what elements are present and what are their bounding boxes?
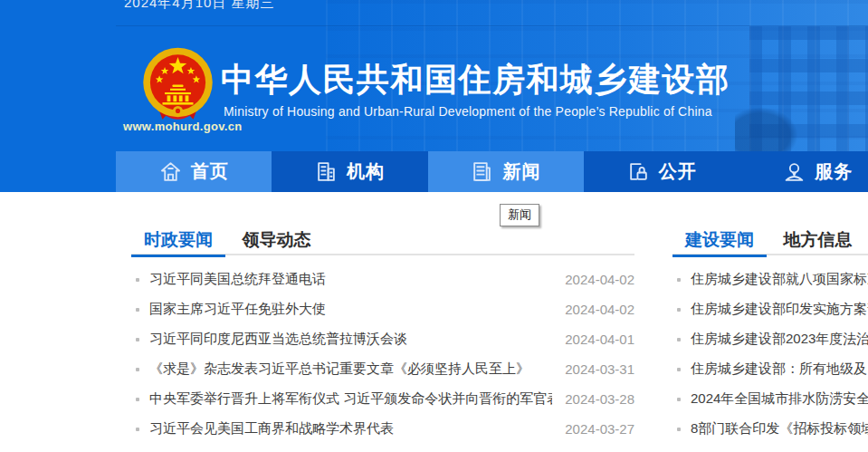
mohurd-homepage: 2024年4月10日 星期三 xyxy=(0,0,868,452)
bullet-icon xyxy=(677,338,681,341)
bullet-icon xyxy=(677,428,681,431)
site-subtitle-en: Ministry of Housing and Urban-Rural Deve… xyxy=(224,104,712,119)
nav-label: 首页 xyxy=(191,159,229,184)
bullet-icon xyxy=(136,428,139,431)
news-item[interactable]: 习近平同印度尼西亚当选总统普拉博沃会谈 2024-04-01 xyxy=(131,324,634,354)
news-item[interactable]: 住房城乡建设部：所有地级及以上 xyxy=(672,354,868,384)
bullet-icon xyxy=(136,368,139,371)
construction-news-panel: 建设要闻 地方信息 住房城乡建设部就八项国家标准公 住房城乡建设部印发实施方案部… xyxy=(672,220,868,444)
current-date: 2024年4月10日 星期三 xyxy=(124,0,275,12)
home-icon xyxy=(159,160,182,183)
news-item[interactable]: 8部门联合印发《招标投标领域公平 xyxy=(672,414,868,444)
news-date: 2024-04-01 xyxy=(565,332,634,347)
news-date: 2024-04-02 xyxy=(565,272,634,287)
banner-divider xyxy=(116,25,868,26)
bullet-icon xyxy=(677,398,681,401)
left-tab-bar: 时政要闻 领导动态 xyxy=(131,220,634,255)
political-news-panel: 时政要闻 领导动态 习近平同美国总统拜登通电话 2024-04-02 国家主席习… xyxy=(131,220,634,444)
tab-lingdao-dongtai[interactable]: 领导动态 xyxy=(229,220,323,255)
news-title[interactable]: 《求是》杂志发表习近平总书记重要文章《必须坚持人民至上》 xyxy=(149,361,552,378)
nav-item-organization[interactable]: 机构 xyxy=(272,151,427,192)
news-item[interactable]: 习近平会见美国工商界和战略学术界代表 2024-03-27 xyxy=(131,414,634,444)
news-title[interactable]: 中央军委举行晋升上将军衔仪式 习近平颁发命令状并向晋衔的军官表示... xyxy=(149,390,552,408)
nav-tooltip: 新闻 xyxy=(500,204,539,226)
news-title[interactable]: 住房城乡建设部印发实施方案部署 xyxy=(691,301,868,318)
nav-label: 公开 xyxy=(659,159,697,184)
news-title[interactable]: 8部门联合印发《招标投标领域公平 xyxy=(691,420,868,438)
news-item[interactable]: 国家主席习近平任免驻外大使 2024-04-02 xyxy=(131,294,634,324)
news-title[interactable]: 习近平同印度尼西亚当选总统普拉博沃会谈 xyxy=(149,331,552,348)
news-date: 2024-03-28 xyxy=(565,391,634,407)
nav-label: 服务 xyxy=(815,159,853,184)
news-icon xyxy=(471,160,493,183)
building-icon xyxy=(315,160,338,183)
bullet-icon xyxy=(677,278,681,282)
news-item[interactable]: 中央军委举行晋升上将军衔仪式 习近平颁发命令状并向晋衔的军官表示... 2024… xyxy=(131,384,634,414)
political-news-list: 习近平同美国总统拜登通电话 2024-04-02 国家主席习近平任免驻外大使 2… xyxy=(131,264,634,444)
news-item[interactable]: 住房城乡建设部就八项国家标准公 xyxy=(672,264,868,294)
right-tab-bar: 建设要闻 地方信息 xyxy=(672,220,868,255)
news-title[interactable]: 习近平会见美国工商界和战略学术界代表 xyxy=(149,420,552,438)
nav-item-home[interactable]: 首页 xyxy=(116,151,272,192)
site-url: www.mohurd.gov.cn xyxy=(123,120,243,133)
nav-item-disclosure[interactable]: 公开 xyxy=(584,151,739,192)
news-title[interactable]: 国家主席习近平任免驻外大使 xyxy=(149,301,552,318)
main-navigation: 首页 机构 新闻 公开 服务 xyxy=(116,151,868,192)
disclosure-icon xyxy=(627,160,650,183)
bullet-icon xyxy=(136,398,139,401)
news-date: 2024-03-27 xyxy=(565,421,634,437)
news-item[interactable]: 习近平同美国总统拜登通电话 2024-04-02 xyxy=(131,264,634,294)
news-title[interactable]: 住房城乡建设部2023年度法治政 xyxy=(691,331,868,348)
news-title[interactable]: 住房城乡建设部就八项国家标准公 xyxy=(691,271,868,288)
tab-difang-xinxi[interactable]: 地方信息 xyxy=(770,220,864,255)
news-date: 2024-04-02 xyxy=(565,302,634,317)
tree-photo xyxy=(735,107,798,154)
site-title: 中华人民共和国住房和城乡建设部 xyxy=(221,58,730,102)
bullet-icon xyxy=(136,308,139,312)
news-date: 2024-03-31 xyxy=(565,361,634,377)
news-item[interactable]: 《求是》杂志发表习近平总书记重要文章《必须坚持人民至上》 2024-03-31 xyxy=(131,354,634,384)
tab-shizheng-yaowen[interactable]: 时政要闻 xyxy=(131,220,225,255)
bullet-icon xyxy=(677,308,681,312)
news-item[interactable]: 住房城乡建设部印发实施方案部署 xyxy=(672,294,868,324)
bullet-icon xyxy=(677,368,681,371)
nav-item-news[interactable]: 新闻 xyxy=(428,151,584,192)
national-emblem-icon xyxy=(139,46,216,123)
nav-label: 机构 xyxy=(347,159,385,184)
bullet-icon xyxy=(136,278,139,282)
bullet-icon xyxy=(136,338,139,341)
nav-item-service[interactable]: 服务 xyxy=(740,151,868,192)
news-title[interactable]: 2024年全国城市排水防涝安全责 xyxy=(691,390,868,408)
nav-label: 新闻 xyxy=(502,159,540,184)
news-title[interactable]: 住房城乡建设部：所有地级及以上 xyxy=(691,361,868,378)
service-icon xyxy=(783,160,806,183)
tab-jianshe-yaowen[interactable]: 建设要闻 xyxy=(672,220,767,255)
news-item[interactable]: 住房城乡建设部2023年度法治政 xyxy=(672,324,868,354)
news-title[interactable]: 习近平同美国总统拜登通电话 xyxy=(149,271,552,288)
news-item[interactable]: 2024年全国城市排水防涝安全责 xyxy=(672,384,868,414)
construction-news-list: 住房城乡建设部就八项国家标准公 住房城乡建设部印发实施方案部署 住房城乡建设部2… xyxy=(672,264,868,444)
